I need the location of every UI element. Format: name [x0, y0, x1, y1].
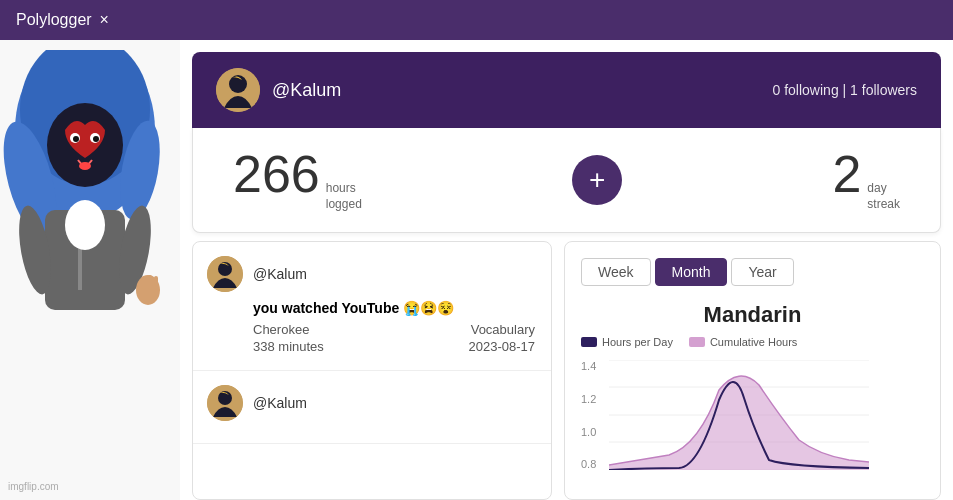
feed-panel[interactable]: @Kalum you watched YouTube 😭😫😵 Cherokee …: [192, 241, 552, 500]
character-illustration: [0, 50, 160, 330]
add-log-button[interactable]: +: [572, 155, 622, 205]
cumulative-label: Cumulative Hours: [710, 336, 797, 348]
two-col-layout: @Kalum you watched YouTube 😭😫😵 Cherokee …: [192, 241, 941, 500]
nav-close-button[interactable]: ×: [100, 11, 109, 29]
streak-label: day streak: [867, 181, 900, 212]
feed-item-avatar: [207, 256, 243, 292]
hours-per-day-label: Hours per Day: [602, 336, 673, 348]
chart-legend: Hours per Day Cumulative Hours: [581, 336, 924, 348]
time-filters: Week Month Year: [581, 258, 924, 286]
month-filter-button[interactable]: Month: [655, 258, 728, 286]
hours-stat: 266 hours logged: [233, 148, 362, 212]
streak-stat: 2 day streak: [832, 148, 900, 212]
feed-activity: Vocabulary: [471, 322, 535, 337]
app-title: Polylogger: [16, 11, 92, 29]
profile-header: @Kalum 0 following | 1 followers: [192, 52, 941, 128]
feed-date: 2023-08-17: [469, 339, 536, 354]
chart-area: 1.4 1.2 1.0 0.8: [581, 360, 924, 470]
sidebar: imgflip.com: [0, 40, 180, 500]
profile-avatar: [216, 68, 260, 112]
hours-per-day-dot: [581, 337, 597, 347]
feed-item-avatar: [207, 385, 243, 421]
y-axis: 1.4 1.2 1.0 0.8: [581, 360, 605, 470]
cumulative-dot: [689, 337, 705, 347]
feed-item-row-1: Cherokee Vocabulary: [253, 322, 535, 337]
svg-rect-16: [154, 276, 158, 290]
feed-item-body: you watched YouTube 😭😫😵 Cherokee Vocabul…: [207, 300, 535, 354]
hours-label: hours logged: [326, 181, 362, 212]
hours-number: 266: [233, 148, 320, 200]
streak-number: 2: [832, 148, 861, 200]
main-layout: imgflip.com @Kalum 0 following | 1 follo…: [0, 40, 953, 500]
feed-item-row-2: 338 minutes 2023-08-17: [253, 339, 535, 354]
feed-item: @Kalum you watched YouTube 😭😫😵 Cherokee …: [193, 242, 551, 371]
feed-duration: 338 minutes: [253, 339, 324, 354]
legend-cumulative: Cumulative Hours: [689, 336, 797, 348]
feed-language: Cherokee: [253, 322, 309, 337]
feed-item-username: @Kalum: [253, 266, 307, 282]
stats-bar: 266 hours logged + 2 day streak: [192, 128, 941, 233]
profile-left: @Kalum: [216, 68, 341, 112]
svg-point-11: [65, 200, 105, 250]
top-nav: Polylogger ×: [0, 0, 953, 40]
year-filter-button[interactable]: Year: [731, 258, 793, 286]
week-filter-button[interactable]: Week: [581, 258, 651, 286]
chart-svg: [609, 360, 869, 470]
chart-panel: Week Month Year Mandarin Hours per Day C…: [564, 241, 941, 500]
feed-item-title: you watched YouTube 😭😫😵: [253, 300, 535, 316]
svg-rect-17: [142, 276, 146, 290]
legend-hours-per-day: Hours per Day: [581, 336, 673, 348]
follow-info: 0 following | 1 followers: [773, 82, 917, 98]
svg-point-18: [79, 162, 91, 170]
chart-title: Mandarin: [581, 302, 924, 328]
svg-point-5: [73, 136, 79, 142]
feed-item-username: @Kalum: [253, 395, 307, 411]
feed-item-header: @Kalum: [207, 385, 535, 421]
profile-username: @Kalum: [272, 80, 341, 101]
watermark: imgflip.com: [8, 481, 59, 492]
feed-item-header: @Kalum: [207, 256, 535, 292]
main-content: @Kalum 0 following | 1 followers 266 hou…: [180, 40, 953, 500]
svg-rect-15: [148, 275, 152, 290]
svg-point-6: [93, 136, 99, 142]
feed-item: @Kalum: [193, 371, 551, 444]
